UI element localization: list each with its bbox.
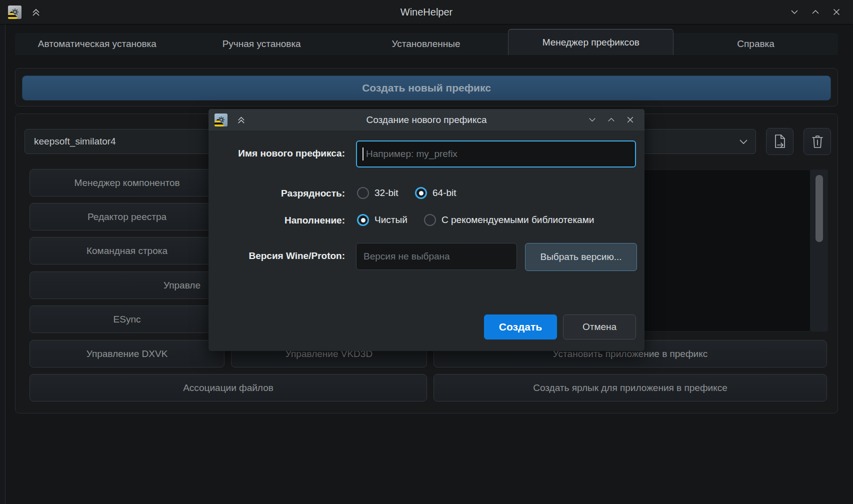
button-label: Отмена [582, 322, 616, 332]
window-title: WineHelper [0, 6, 853, 18]
open-prefix-folder-button[interactable] [766, 128, 794, 155]
tab-prefix-manager[interactable]: Менеджер префиксов [508, 29, 674, 55]
close-button[interactable] [830, 6, 843, 18]
radio-label: С рекомендуемыми библиотеками [442, 214, 594, 226]
delete-prefix-button[interactable] [804, 128, 831, 155]
tab-manual-install[interactable]: Ручная установка [180, 33, 344, 55]
radio-64bit[interactable]: 64-bit [415, 187, 456, 199]
chevron-down-icon [740, 140, 748, 144]
text-caret [362, 148, 364, 160]
prefix-select-value: keepsoft_similator4 [34, 136, 116, 147]
dialog-cancel-button[interactable]: Отмена [563, 314, 636, 340]
dialog-close-button[interactable] [624, 114, 636, 126]
components-manager-button[interactable]: Менеджер компонентов [30, 169, 224, 196]
dxvk-button[interactable]: Управление DXVK [30, 340, 224, 368]
trash-icon [810, 134, 824, 150]
radio-icon [357, 187, 369, 199]
create-new-prefix-label: Создать новый префикс [362, 82, 491, 94]
radio-clean[interactable]: Чистый [357, 214, 408, 226]
esync-button[interactable]: ESync [30, 306, 224, 333]
prefix-name-input[interactable] [356, 140, 636, 168]
create-new-prefix-button[interactable]: Создать новый префикс [22, 76, 831, 100]
file-associations-button[interactable]: Ассоциации файлов [30, 374, 427, 402]
choose-version-button[interactable]: Выбрать версию... [525, 243, 637, 271]
button-label: Ассоциации файлов [183, 382, 274, 394]
radio-icon-selected [415, 187, 427, 199]
tab-label: Автоматическая установка [38, 38, 156, 50]
dialog-create-button[interactable]: Создать [484, 314, 557, 340]
fill-label: Наполнение: [208, 215, 345, 226]
button-label: Создать ярлык для приложения в префиксе [533, 382, 727, 394]
dialog-shade-button[interactable] [234, 114, 248, 126]
radio-32bit[interactable]: 32-bit [357, 187, 398, 199]
maximize-button[interactable] [809, 6, 822, 18]
tab-installed[interactable]: Установленные [344, 33, 508, 55]
button-label: Командная строка [86, 246, 168, 256]
bitness-label: Разрядность: [208, 188, 345, 199]
main-titlebar: WineHelper [0, 0, 853, 24]
radio-label: 64-bit [432, 188, 456, 198]
radio-label: Чистый [374, 214, 408, 226]
registry-editor-button[interactable]: Редактор реестра [30, 203, 224, 230]
radio-icon [424, 214, 436, 226]
tab-label: Установленные [392, 38, 460, 50]
radio-label: 32-bit [374, 188, 398, 198]
dialog-titlebar: Создание нового префикса [208, 109, 644, 130]
button-label: Выбрать версию... [540, 252, 622, 262]
button-label: Создать [499, 321, 542, 333]
tab-bar: Автоматическая установка Ручная установк… [15, 33, 838, 55]
radio-icon-selected [357, 214, 369, 226]
prefix-name-label: Имя нового префикса: [208, 148, 345, 159]
create-prefix-dialog: Создание нового префикса Имя нового преф… [208, 109, 644, 351]
shade-button[interactable] [30, 6, 42, 18]
tab-label: Справка [737, 38, 774, 50]
tab-auto-install[interactable]: Автоматическая установка [15, 33, 180, 55]
button-label: Менеджер компонентов [74, 178, 180, 188]
dialog-minimize-button[interactable] [586, 114, 598, 126]
button-label: ESync [114, 314, 141, 325]
scrollbar-thumb[interactable] [816, 175, 823, 242]
button-label: Редактор реестра [88, 212, 166, 222]
button-label: Управление DXVK [86, 348, 168, 360]
tab-label: Ручная установка [222, 38, 301, 50]
tab-help[interactable]: Справка [674, 33, 838, 55]
wine-version-label: Версия Wine/Proton: [208, 250, 345, 262]
create-shortcut-button[interactable]: Создать ярлык для приложения в префиксе [434, 374, 827, 402]
tab-label: Менеджер префиксов [542, 37, 640, 48]
file-export-icon [772, 134, 788, 150]
dialog-maximize-button[interactable] [604, 114, 618, 126]
radio-recommended-libs[interactable]: С рекомендуемыми библиотеками [424, 214, 594, 226]
command-line-button[interactable]: Командная строка [30, 237, 224, 264]
winehelper-window: WineHelper Автоматическая установка Ручн… [0, 0, 853, 504]
background-window-edge [0, 24, 6, 504]
button-label: Управле [164, 280, 200, 291]
dialog-title: Создание нового префикса [208, 114, 644, 126]
minimize-button[interactable] [788, 6, 801, 18]
wine-version-field[interactable] [356, 243, 517, 270]
